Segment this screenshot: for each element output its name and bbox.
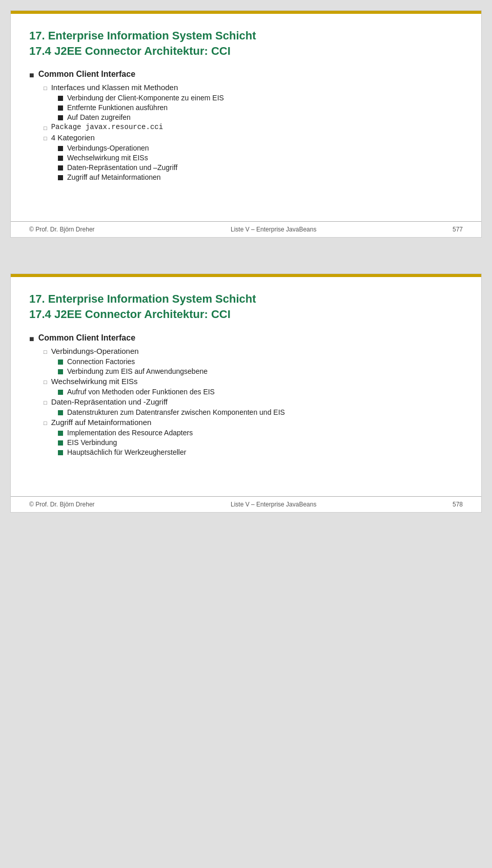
- l3-text-7: Zugriff auf Metainformationen: [67, 173, 161, 181]
- bullet-l3-wechsel: Wechselwirkung mit EISs: [58, 154, 463, 162]
- l3-icon-v1: [58, 359, 63, 365]
- l3-text-v6: EIS Verbindung: [67, 438, 117, 447]
- l2-text-verbops: Verbindungs-Operationen: [51, 347, 139, 355]
- l3-icon-7: [58, 175, 63, 180]
- bullet-l2-meta: □ Zugriff auf Metainformationen: [44, 418, 463, 427]
- l3-text-5: Wechselwirkung mit EISs: [67, 154, 148, 162]
- bullet-l2-verbops: □ Verbindungs-Operationen: [44, 347, 463, 355]
- footer-right-1: 577: [453, 226, 463, 233]
- l3-icon-v7: [58, 450, 63, 455]
- bullet-l2-package: □ Package javax.resource.cci: [44, 123, 463, 131]
- slide-2-content: 17. Enterprise Information System Schich…: [11, 277, 481, 491]
- l3-text-4: Verbindungs-Operationen: [67, 144, 149, 152]
- l2-icon-v2: □: [44, 379, 47, 385]
- l2-icon-1: □: [44, 85, 47, 91]
- l3-text-2: Entfernte Funktionen ausführen: [67, 103, 168, 112]
- bullet-l3-daten: Auf Daten zugreifen: [58, 113, 463, 121]
- l1-text: Common Client Interface: [38, 70, 135, 79]
- bullet-l3-connfact: Connection Factories: [58, 357, 463, 366]
- bullet-l2-datenrep: □ Daten-Repräsentation und -Zugriff: [44, 397, 463, 406]
- slide-1: 17. Enterprise Information System Schich…: [10, 10, 482, 238]
- l2-text-meta: Zugriff auf Metainformationen: [51, 418, 152, 427]
- bullet-l3-datenrep: Daten-Repräsentation und –Zugriff: [58, 163, 463, 172]
- footer-center-1: Liste V – Enterprise JavaBeans: [231, 226, 316, 233]
- l3-icon-v6: [58, 440, 63, 446]
- l2-icon-v4: □: [44, 420, 47, 426]
- l3-text-v1: Connection Factories: [67, 357, 135, 366]
- l3-icon-5: [58, 156, 63, 161]
- spacer-2: [29, 460, 463, 481]
- bullet-l3-eisverb: EIS Verbindung: [58, 438, 463, 447]
- footer-center-2: Liste V – Enterprise JavaBeans: [231, 501, 316, 508]
- bullet-l2-interfaces: □ Interfaces und Klassen mit Methoden: [44, 83, 463, 92]
- l3-text-3: Auf Daten zugreifen: [67, 113, 131, 121]
- l2-icon-v1: □: [44, 349, 47, 355]
- l3-icon-v2: [58, 369, 63, 374]
- l3-icon-v4: [58, 410, 63, 415]
- l1-icon-2: ■: [29, 334, 34, 344]
- footer-left-1: © Prof. Dr. Björn Dreher: [29, 226, 95, 233]
- footer-left-2: © Prof. Dr. Björn Dreher: [29, 501, 95, 508]
- bullet-l3-meta: Zugriff auf Metainformationen: [58, 173, 463, 181]
- l3-icon-1: [58, 96, 63, 101]
- bullet-l3-haupts: Hauptsächlich für Werkzeughersteller: [58, 448, 463, 456]
- bullet-l3-datenstruk: Datenstrukturen zum Datentransfer zwisch…: [58, 408, 463, 416]
- l3-text-6: Daten-Repräsentation und –Zugriff: [67, 163, 177, 172]
- footer-right-2: 578: [453, 501, 463, 508]
- l3-text-v3: Aufruf von Methoden oder Funktionen des …: [67, 388, 215, 396]
- l3-icon-v5: [58, 431, 63, 436]
- bullet-l1-cci: ■ Common Client Interface: [29, 70, 463, 80]
- bullet-l1-cci-2: ■ Common Client Interface: [29, 333, 463, 344]
- inter-slide-gap: [0, 248, 492, 263]
- slide-1-title: 17. Enterprise Information System Schich…: [29, 28, 463, 58]
- l2-icon-2: □: [44, 125, 47, 131]
- l3-text-1: Verbindung der Client-Komponente zu eine…: [67, 94, 224, 102]
- bullet-l3-verbops: Verbindungs-Operationen: [58, 144, 463, 152]
- l3-icon-2: [58, 105, 63, 111]
- l1-text-2: Common Client Interface: [38, 333, 135, 343]
- slide-2: 17. Enterprise Information System Schich…: [10, 273, 482, 512]
- bullet-l2-kategorien: □ 4 Kategorien: [44, 133, 463, 142]
- l3-icon-v3: [58, 390, 63, 395]
- bullet-l3-aufruf: Aufruf von Methoden oder Funktionen des …: [58, 388, 463, 396]
- l3-text-v5: Implementation des Resource Adapters: [67, 429, 193, 437]
- bullet-l3-impl: Implementation des Resource Adapters: [58, 429, 463, 437]
- spacer-1: [29, 185, 463, 206]
- l2-text-kategorien: 4 Kategorien: [51, 133, 95, 142]
- l2-icon-v3: □: [44, 399, 47, 406]
- l1-icon: ■: [29, 71, 34, 80]
- l2-text-1: Interfaces und Klassen mit Methoden: [51, 83, 178, 92]
- l2-text-package: Package javax.resource.cci: [51, 123, 163, 131]
- slide-1-footer: © Prof. Dr. Björn Dreher Liste V – Enter…: [11, 221, 481, 237]
- l3-text-v7: Hauptsächlich für Werkzeughersteller: [67, 448, 186, 456]
- bullet-l3-verbindung: Verbindung der Client-Komponente zu eine…: [58, 94, 463, 102]
- l2-icon-3: □: [44, 135, 47, 141]
- slide-2-title-line2: 17.4 J2EE Connector Architektur: CCI: [29, 307, 463, 322]
- l2-text-wechsel: Wechselwirkung mit EISs: [51, 377, 138, 386]
- slide-1-title-line1: 17. Enterprise Information System Schich…: [29, 28, 463, 44]
- bullet-l3-verbeis: Verbindung zum EIS auf Anwendungsebene: [58, 367, 463, 375]
- bullet-group-cci: ■ Common Client Interface □ Interfaces u…: [29, 70, 463, 181]
- slide-2-title-line1: 17. Enterprise Information System Schich…: [29, 291, 463, 307]
- l3-icon-4: [58, 146, 63, 151]
- slide-2-footer: © Prof. Dr. Björn Dreher Liste V – Enter…: [11, 496, 481, 512]
- bullet-l2-wechsel: □ Wechselwirkung mit EISs: [44, 377, 463, 386]
- l3-icon-6: [58, 165, 63, 171]
- l3-text-v4: Datenstrukturen zum Datentransfer zwisch…: [67, 408, 285, 416]
- l3-icon-3: [58, 115, 63, 120]
- slide-2-title: 17. Enterprise Information System Schich…: [29, 291, 463, 322]
- bullet-group-cci-2: ■ Common Client Interface □ Verbindungs-…: [29, 333, 463, 456]
- slide-1-content: 17. Enterprise Information System Schich…: [11, 14, 481, 216]
- l3-text-v2: Verbindung zum EIS auf Anwendungsebene: [67, 367, 208, 375]
- bullet-l3-entfernte: Entfernte Funktionen ausführen: [58, 103, 463, 112]
- l2-text-datenrep: Daten-Repräsentation und -Zugriff: [51, 397, 168, 406]
- slide-1-title-line2: 17.4 J2EE Connector Architektur: CCI: [29, 44, 463, 59]
